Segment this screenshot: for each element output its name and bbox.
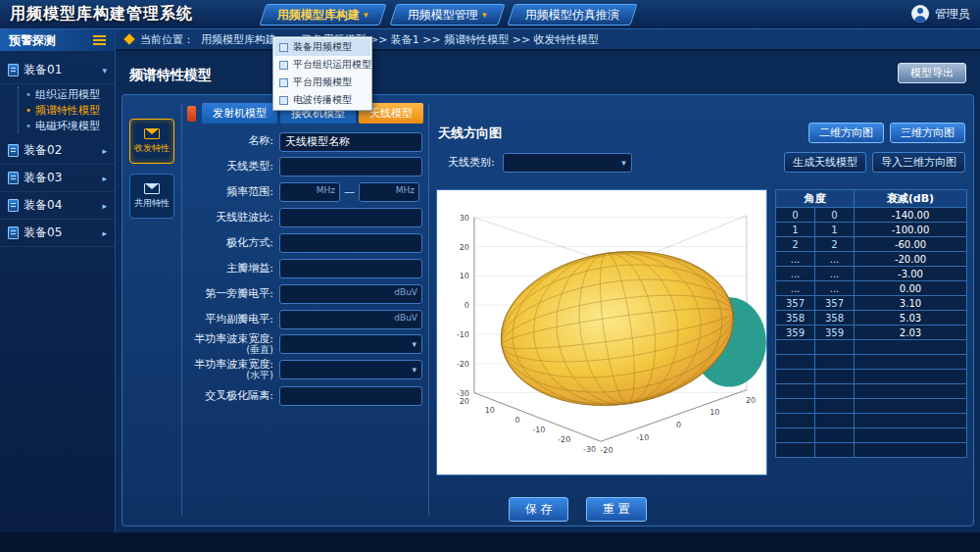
- table-row[interactable]: 00-140.00: [776, 208, 967, 223]
- angle-cell: [815, 370, 855, 384]
- table-row[interactable]: [776, 399, 967, 414]
- dropdown-item-platform-freq-model[interactable]: 平台用频模型: [274, 74, 370, 91]
- dropdown-item-platform-org-model[interactable]: 平台组织运用模型: [274, 56, 370, 74]
- angle-cell: ...: [776, 267, 815, 281]
- tree-item-equipment-05[interactable]: 装备05 ▸: [0, 220, 115, 247]
- attenuation-cell: -20.00: [855, 252, 967, 267]
- svg-text:10: 10: [710, 408, 719, 417]
- svg-text:10: 10: [460, 272, 469, 280]
- avg-sidelobe-input[interactable]: [279, 310, 422, 329]
- import-3d-pattern-button[interactable]: 导入三维方向图: [872, 152, 965, 173]
- svg-text:0: 0: [465, 301, 469, 310]
- table-row[interactable]: [776, 384, 967, 399]
- nav-item-simulation[interactable]: 用频模型仿真推演: [507, 4, 637, 25]
- attenuation-cell: -100.00: [855, 223, 967, 237]
- caret-right-icon: ▸: [102, 201, 107, 211]
- tree-item-equipment-02[interactable]: 装备02 ▸: [0, 137, 115, 165]
- table-row[interactable]: 3573573.10: [776, 296, 967, 311]
- form-section-icon: [187, 106, 196, 122]
- xpol-isolation-input[interactable]: [279, 386, 422, 406]
- antenna-category-label: 天线类别:: [448, 155, 495, 170]
- table-row[interactable]: 22-60.00: [776, 237, 967, 252]
- file-icon: [8, 172, 19, 184]
- breadcrumb: 当前位置： 用频模型库构建 >> 装备用频模型 >> 装备1 >> 频谱特性模型…: [116, 29, 980, 51]
- tree-child-organization-model[interactable]: 组织运用模型: [25, 86, 115, 102]
- angle-cell: [815, 428, 855, 443]
- generate-antenna-model-button[interactable]: 生成天线模型: [784, 152, 866, 173]
- table-row[interactable]: ......-20.00: [776, 252, 967, 267]
- freq-low-input[interactable]: [279, 182, 340, 202]
- nav-item-model-build[interactable]: 用频模型库构建 ▾: [259, 4, 386, 25]
- table-row[interactable]: 3593592.03: [776, 326, 967, 340]
- polarization-row: 极化方式:: [185, 232, 422, 252]
- table-row[interactable]: [776, 370, 967, 384]
- vertical-divider: [428, 103, 429, 516]
- svg-text:-10: -10: [636, 433, 649, 442]
- pattern-3d-button[interactable]: 三维方向图: [890, 123, 965, 143]
- feature-button-common[interactable]: 共用特性: [129, 174, 174, 219]
- attenuation-cell: [855, 384, 967, 399]
- freq-high-input[interactable]: [359, 182, 419, 202]
- polarization-input[interactable]: [279, 233, 422, 253]
- antenna-name-input[interactable]: [279, 132, 422, 152]
- transceiver-icon: [144, 128, 160, 139]
- caret-right-icon: ▸: [102, 146, 107, 156]
- hpbw-vertical-select[interactable]: ▾: [279, 334, 422, 354]
- user-box[interactable]: 管理员: [911, 5, 970, 23]
- save-button[interactable]: 保 存: [509, 497, 568, 522]
- table-row[interactable]: ......0.00: [776, 281, 967, 296]
- reset-button[interactable]: 重 置: [586, 497, 646, 522]
- table-row[interactable]: ......-3.00: [776, 267, 967, 281]
- table-row[interactable]: [776, 428, 967, 443]
- tab-transmitter-model[interactable]: 发射机模型: [202, 103, 277, 124]
- attenuation-cell: -140.00: [855, 208, 967, 223]
- attenuation-cell: 2.03: [855, 326, 967, 340]
- dropdown-item-equipment-freq-model[interactable]: 装备用频模型: [274, 38, 370, 56]
- table-row[interactable]: [776, 443, 967, 458]
- attenuation-cell: 3.10: [855, 296, 967, 311]
- angle-cell: 1: [776, 223, 815, 237]
- common-feature-icon: [144, 183, 160, 194]
- angle-cell: 0: [815, 208, 855, 223]
- tree-item-equipment-04[interactable]: 装备04 ▸: [0, 192, 115, 220]
- tree-child-spectrum-model[interactable]: 频谱特性模型: [25, 102, 115, 118]
- first-sidelobe-row: 第一旁瓣电平: dBuV: [185, 283, 422, 303]
- table-row[interactable]: [776, 340, 967, 355]
- pattern-2d-button[interactable]: 二维方向图: [808, 123, 884, 143]
- angle-cell: 358: [776, 311, 815, 326]
- caret-right-icon: ▸: [102, 174, 107, 183]
- antenna-category-select[interactable]: ▾: [503, 153, 632, 173]
- first-sidelobe-input[interactable]: [279, 284, 422, 304]
- table-row[interactable]: [776, 414, 967, 428]
- table-row[interactable]: 11-100.00: [776, 223, 967, 237]
- tree-item-equipment-03[interactable]: 装备03 ▸: [0, 165, 115, 192]
- tree-item-equipment-01[interactable]: 装备01 ▾: [0, 57, 115, 84]
- nav-item-model-manage[interactable]: 用频模型管理 ▾: [389, 4, 505, 25]
- tree-child-em-environment-model[interactable]: 电磁环境模型: [25, 118, 115, 133]
- table-row[interactable]: 3583585.03: [776, 311, 967, 326]
- model-export-button[interactable]: 模型导出: [898, 63, 966, 83]
- sidebar-header[interactable]: 预警探测: [0, 29, 115, 51]
- antenna-type-input[interactable]: [279, 157, 422, 176]
- table-header-row: 角度 衰减(dB): [776, 190, 967, 208]
- main-lobe-gain-input[interactable]: [279, 259, 422, 278]
- angle-cell: 357: [776, 296, 815, 311]
- dropdown-item-wave-propagation-model[interactable]: 电波传播模型: [274, 91, 370, 109]
- angle-cell: [776, 355, 815, 370]
- attenuation-header: 衰减(dB): [855, 190, 967, 208]
- caret-right-icon: ▸: [102, 228, 107, 238]
- main-nav: 用频模型库构建 ▾ 用频模型管理 ▾ 用频模型仿真推演: [263, 4, 634, 25]
- angle-cell: 2: [776, 237, 815, 252]
- hamburger-menu-icon: [93, 35, 106, 45]
- table-row[interactable]: [776, 355, 967, 370]
- avg-sidelobe-row: 平均副瓣电平: dBuV: [185, 309, 422, 328]
- admin-label: 管理员: [935, 6, 970, 23]
- feature-button-transceiver[interactable]: 收发特性: [129, 119, 174, 164]
- hpbw-horizontal-select[interactable]: ▾: [279, 360, 422, 379]
- angle-cell: [815, 399, 855, 414]
- file-icon: [8, 199, 19, 212]
- vswr-input[interactable]: [279, 208, 422, 227]
- file-icon: [8, 64, 19, 76]
- vswr-row: 天线驻波比:: [185, 207, 422, 226]
- caret-down-icon: ▾: [102, 66, 107, 75]
